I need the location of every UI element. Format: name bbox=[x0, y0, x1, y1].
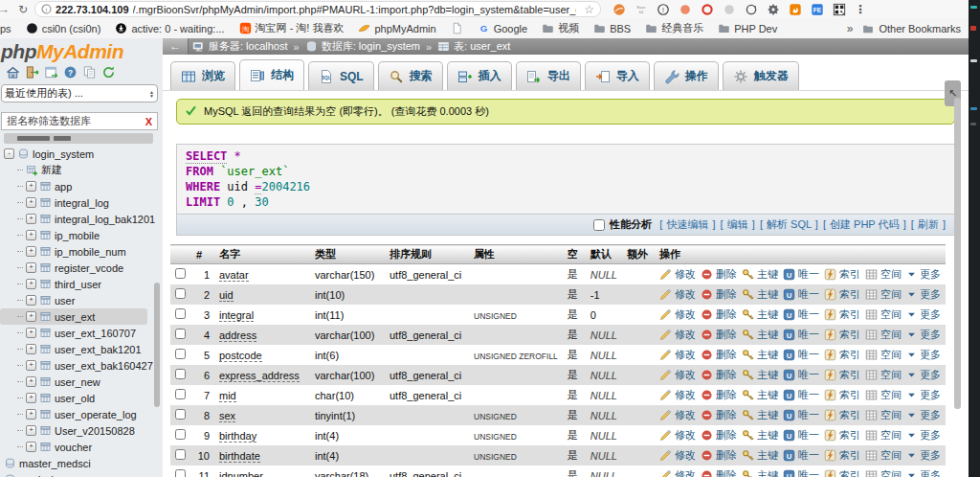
action-spatial[interactable]: 空间 bbox=[865, 348, 902, 362]
action-key[interactable]: 主键 bbox=[742, 448, 778, 463]
tab-search[interactable]: 搜索 bbox=[378, 61, 443, 90]
tree-item-user_old[interactable]: +user_old bbox=[0, 390, 163, 406]
orange-dot-extension-icon[interactable] bbox=[679, 3, 692, 16]
action-more[interactable]: 更多 bbox=[906, 348, 941, 362]
proxy-extension-icon[interactable] bbox=[612, 3, 626, 16]
row-checkbox[interactable] bbox=[175, 369, 186, 379]
action-pencil[interactable]: 修改 bbox=[659, 348, 696, 362]
action-pencil[interactable]: 修改 bbox=[659, 408, 696, 422]
fe-extension-icon[interactable]: FE bbox=[811, 3, 824, 16]
action-more[interactable]: 更多 bbox=[906, 287, 941, 302]
tree-item-user_new[interactable]: +user_new bbox=[0, 374, 163, 390]
action-pencil[interactable]: 修改 bbox=[659, 448, 696, 463]
tree-item-master_medsci[interactable]: master_medsci bbox=[0, 455, 163, 471]
logout-icon[interactable] bbox=[25, 65, 39, 80]
field-name[interactable]: integral bbox=[219, 309, 254, 322]
bookmark-item[interactable]: 视频 bbox=[542, 21, 579, 35]
tree-item-login_system[interactable]: -login_system bbox=[0, 146, 163, 162]
bookmark-item[interactable]: active: 0 - waiting:... bbox=[115, 22, 224, 34]
action-key[interactable]: 主键 bbox=[742, 388, 778, 402]
page-scrollbar[interactable] bbox=[954, 98, 961, 409]
expander-icon[interactable]: + bbox=[26, 279, 36, 289]
query-tool-link[interactable]: 快速编辑 bbox=[666, 218, 708, 230]
tree-item-third_user[interactable]: +third_user bbox=[0, 276, 163, 292]
tree-item-ip_mobile_num[interactable]: +ip_mobile_num bbox=[0, 243, 163, 260]
expander-icon[interactable]: + bbox=[26, 311, 36, 322]
action-spatial[interactable]: 空间 bbox=[865, 428, 902, 443]
action-key[interactable]: 主键 bbox=[742, 348, 778, 362]
query-window-icon[interactable] bbox=[44, 65, 58, 80]
column-header[interactable]: 默认 bbox=[586, 245, 622, 264]
tree-item-user_ext[interactable]: +user_ext bbox=[0, 308, 147, 325]
action-more[interactable]: 更多 bbox=[906, 448, 941, 463]
action-drop[interactable]: 删除 bbox=[701, 388, 737, 402]
action-more[interactable]: 更多 bbox=[906, 267, 941, 282]
field-name[interactable]: idnumber bbox=[219, 470, 263, 477]
action-index[interactable]: 索引 bbox=[824, 328, 860, 342]
action-more[interactable]: 更多 bbox=[906, 368, 941, 382]
help-icon[interactable]: ? bbox=[63, 65, 78, 80]
column-header[interactable]: 额外 bbox=[622, 245, 655, 264]
expander-icon[interactable]: + bbox=[26, 214, 36, 224]
action-spatial[interactable]: 空间 bbox=[865, 328, 902, 342]
bookmark-item[interactable]: BBS bbox=[593, 22, 631, 34]
query-tool-link[interactable]: 解析 SQL bbox=[767, 218, 812, 230]
row-checkbox[interactable] bbox=[175, 349, 186, 359]
action-key[interactable]: 主键 bbox=[742, 287, 778, 302]
breadcrumb-database[interactable]: 数据库: login_system bbox=[322, 39, 420, 54]
tab-sql[interactable]: SQLSQL bbox=[308, 61, 374, 90]
pma-logo[interactable]: phpMyAdmin bbox=[0, 38, 163, 63]
column-header[interactable]: 排序规则 bbox=[385, 245, 469, 264]
action-index[interactable]: 索引 bbox=[824, 267, 860, 282]
info-circle-extension-icon[interactable]: ! bbox=[657, 3, 670, 16]
action-key[interactable]: 主键 bbox=[742, 468, 778, 477]
field-name[interactable]: express_address bbox=[219, 370, 300, 382]
docs-icon[interactable] bbox=[82, 65, 97, 80]
action-spatial[interactable]: 空间 bbox=[865, 287, 902, 302]
action-drop[interactable]: 删除 bbox=[701, 408, 737, 422]
row-checkbox[interactable] bbox=[175, 429, 186, 440]
clear-filter-icon[interactable]: X bbox=[145, 116, 152, 127]
action-drop[interactable]: 删除 bbox=[701, 287, 737, 302]
query-tool-link[interactable]: 刷新 bbox=[918, 218, 939, 230]
browser-menu-icon[interactable]: ⋮ bbox=[855, 3, 866, 16]
expander-icon[interactable]: + bbox=[26, 360, 36, 371]
query-tool-link[interactable]: 编辑 bbox=[727, 218, 748, 230]
tab-import[interactable]: 导入 bbox=[585, 61, 650, 90]
field-name[interactable]: birthday bbox=[219, 430, 256, 443]
action-index[interactable]: 索引 bbox=[824, 287, 860, 302]
field-name[interactable]: address bbox=[219, 329, 256, 342]
tree-item-user_ext_160707[interactable]: +user_ext_160707 bbox=[0, 325, 163, 341]
expander-icon[interactable]: + bbox=[26, 295, 36, 306]
action-key[interactable]: 主键 bbox=[742, 328, 778, 342]
action-index[interactable]: 索引 bbox=[824, 348, 860, 362]
field-name[interactable]: birthdate bbox=[219, 450, 260, 463]
expander-icon[interactable]: + bbox=[26, 328, 36, 338]
action-more[interactable]: 更多 bbox=[906, 388, 941, 402]
action-unique[interactable]: U唯一 bbox=[783, 287, 819, 302]
bookmark-item[interactable]: GGoogle bbox=[478, 22, 527, 34]
tree-item-medsci[interactable]: medsci bbox=[0, 471, 163, 477]
tree-item-ip_mobile[interactable]: +ip_mobile bbox=[0, 227, 163, 243]
expander-icon[interactable]: + bbox=[26, 425, 36, 436]
query-tool-link[interactable]: 创建 PHP 代码 bbox=[830, 218, 900, 230]
field-name[interactable]: postcode bbox=[219, 350, 262, 362]
action-more[interactable]: 更多 bbox=[906, 307, 941, 322]
action-drop[interactable]: 删除 bbox=[701, 267, 737, 282]
action-pencil[interactable]: 修改 bbox=[659, 328, 696, 342]
action-pencil[interactable]: 修改 bbox=[659, 368, 696, 382]
refresh-icon[interactable] bbox=[101, 65, 116, 80]
base64-extension-icon[interactable]: Base64 bbox=[635, 3, 648, 16]
address-bar[interactable]: i 222.73.104.109/.mgrBioonSvr/phpMyAdmin… bbox=[34, 1, 601, 17]
bookmark-item[interactable]: phpMyAdmin bbox=[358, 22, 435, 34]
field-name[interactable]: sex bbox=[219, 410, 235, 422]
action-index[interactable]: 索引 bbox=[824, 368, 860, 382]
action-key[interactable]: 主键 bbox=[742, 428, 778, 443]
action-unique[interactable]: U唯一 bbox=[783, 267, 819, 282]
tree-item-user_ext_bak1201[interactable]: +user_ext_bak1201 bbox=[0, 341, 163, 357]
row-checkbox[interactable] bbox=[175, 469, 186, 477]
row-checkbox[interactable] bbox=[175, 409, 186, 420]
action-pencil[interactable]: 修改 bbox=[659, 267, 696, 282]
column-header[interactable]: 属性 bbox=[469, 245, 563, 264]
back-button[interactable]: ← bbox=[163, 38, 189, 55]
